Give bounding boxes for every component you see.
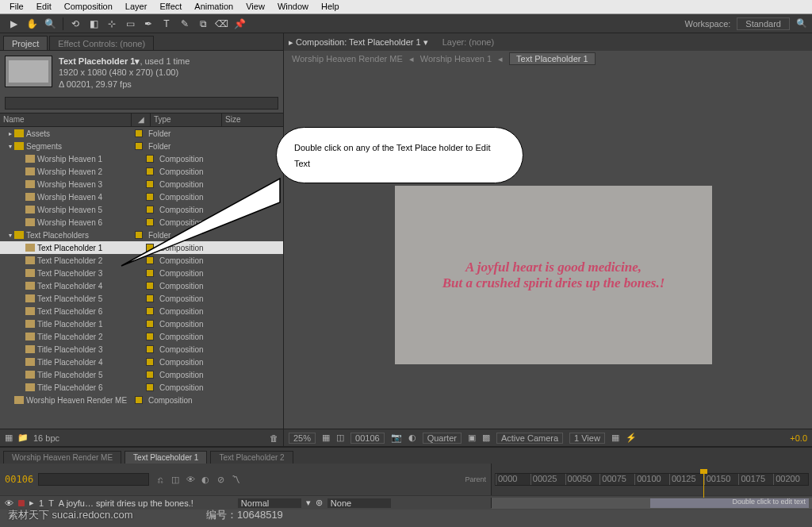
tab-effect-controls[interactable]: Effect Controls: (none)	[49, 36, 154, 50]
view-layout-dropdown[interactable]: 1 View	[569, 433, 605, 444]
interpret-icon[interactable]: ▦	[5, 433, 13, 443]
channel-icon[interactable]: ◐	[408, 433, 416, 443]
watermark-id: 编号：10648519	[206, 508, 283, 522]
project-item[interactable]: Text Placeholder 4Composition	[0, 279, 283, 292]
frame-blend-icon[interactable]: ◐	[199, 475, 212, 485]
project-item[interactable]: ▸AssetsFolder	[0, 127, 283, 140]
layer-hint: Double click to edit text	[732, 498, 806, 506]
zoom-tool-icon[interactable]: 🔍	[41, 16, 59, 32]
menu-file[interactable]: File	[3, 0, 30, 13]
layer-bar-area[interactable]: Double click to edit text	[492, 498, 812, 509]
menu-layer[interactable]: Layer	[119, 0, 154, 13]
camera-dropdown[interactable]: Active Camera	[496, 433, 563, 444]
project-item[interactable]: Title Placeholder 6Composition	[0, 381, 283, 394]
canvas: A joyful heart is good medicine, But a c…	[395, 186, 712, 364]
text-layer-icon: T	[48, 498, 54, 508]
workspace-dropdown[interactable]: Standard	[737, 17, 790, 30]
new-folder-icon[interactable]: 📁	[17, 433, 29, 443]
mask-tool-icon[interactable]: ▭	[121, 16, 139, 32]
layer-name[interactable]: A joyfu… spirit dries up the bones.!	[59, 498, 233, 508]
project-item[interactable]: Text Placeholder 5Composition	[0, 292, 283, 305]
fast-preview-icon[interactable]: ⚡	[626, 433, 637, 443]
hand-tool-icon[interactable]: ✋	[23, 16, 40, 32]
current-time[interactable]: 00106	[5, 474, 33, 485]
viewer-footer: 25% ▦ ◫ 00106 📷 ◐ Quarter ▣ ▩ Active Cam…	[284, 429, 812, 446]
search-help-icon[interactable]: 🔍	[796, 18, 807, 29]
bpc-toggle[interactable]: 16 bpc	[33, 433, 59, 443]
breadcrumb-item[interactable]: Worship Heaven 1	[420, 54, 492, 63]
layer-index: 1	[39, 498, 44, 508]
menu-effect[interactable]: Effect	[153, 0, 188, 13]
menu-edit[interactable]: Edit	[30, 0, 58, 13]
comp-panel-title[interactable]: ▸ Composition: Text Placeholder 1 ▾	[289, 37, 428, 48]
project-item[interactable]: Text Placeholder 6Composition	[0, 305, 283, 317]
timeline-tab[interactable]: Text Placeholder 2	[210, 451, 293, 464]
project-item[interactable]: Title Placeholder 1Composition	[0, 317, 283, 330]
transparency-icon[interactable]: ▩	[482, 433, 490, 443]
track-matte-dropdown[interactable]: ▾	[306, 498, 311, 508]
puppet-tool-icon[interactable]: 📌	[231, 16, 248, 32]
rotate-tool-icon[interactable]: ⟲	[67, 16, 84, 32]
project-footer: ▦ 📁 16 bpc 🗑	[0, 429, 283, 446]
roi-icon[interactable]: ▣	[468, 433, 476, 443]
shy-icon[interactable]: 👁	[184, 475, 197, 485]
parent-dropdown[interactable]: None	[327, 498, 391, 508]
watermark-site: 素材天下 sucai.redocn.com	[8, 508, 133, 522]
eraser-tool-icon[interactable]: ⌫	[213, 16, 230, 32]
timecode-display[interactable]: 00106	[350, 433, 385, 444]
breadcrumb-item[interactable]: Worship Heaven Render ME	[292, 54, 403, 63]
menu-window[interactable]: Window	[271, 0, 315, 13]
selection-tool-icon[interactable]: ▶	[5, 16, 22, 32]
parent-header: Parent	[465, 475, 486, 483]
project-item[interactable]: Title Placeholder 2Composition	[0, 330, 283, 343]
timeline-search-input[interactable]	[38, 473, 149, 486]
blend-mode-dropdown[interactable]: Normal	[238, 498, 301, 508]
comp-mini-flowchart-icon[interactable]: ⎌	[154, 475, 167, 485]
timeline-panel: Worship Heaven Render METext Placeholder…	[0, 446, 812, 510]
menu-bar: FileEditCompositionLayerEffectAnimationV…	[0, 0, 812, 14]
project-item[interactable]: Title Placeholder 4Composition	[0, 356, 283, 368]
motion-blur-icon[interactable]: ⊘	[214, 475, 227, 485]
camera-tool-icon[interactable]: ◧	[85, 16, 102, 32]
pixel-aspect-icon[interactable]: ▦	[611, 433, 619, 443]
anchor-tool-icon[interactable]: ⊹	[103, 16, 121, 32]
grid-icon[interactable]: ▦	[322, 433, 330, 443]
svg-marker-0	[121, 179, 280, 266]
layer-panel-title[interactable]: Layer: (none)	[442, 37, 494, 47]
menu-help[interactable]: Help	[315, 0, 346, 13]
brush-tool-icon[interactable]: ✎	[176, 16, 193, 32]
project-item[interactable]: Title Placeholder 3Composition	[0, 343, 283, 356]
project-columns-header: Name ◢ Type Size	[0, 113, 283, 127]
visibility-icon[interactable]: 👁	[5, 498, 13, 508]
exposure-value[interactable]: +0.0	[790, 433, 807, 443]
project-item[interactable]: Worship Heaven Render MEComposition	[0, 394, 283, 406]
pen-tool-icon[interactable]: ✒	[140, 16, 157, 32]
snapshot-icon[interactable]: 📷	[391, 433, 402, 443]
project-search-input[interactable]	[5, 97, 278, 110]
draft-3d-icon[interactable]: ◫	[169, 475, 182, 485]
parent-pickwhip-icon[interactable]: ⊚	[316, 498, 323, 508]
menu-composition[interactable]: Composition	[58, 0, 119, 13]
project-item[interactable]: Title Placeholder 5Composition	[0, 368, 283, 381]
menu-view[interactable]: View	[239, 0, 271, 13]
composition-viewer[interactable]: A joyful heart is good medicine, But a c…	[284, 67, 812, 429]
menu-animation[interactable]: Animation	[188, 0, 239, 13]
comp-meta: Text Placeholder 1▾, used 1 time 1920 x …	[59, 56, 190, 89]
timeline-tab[interactable]: Text Placeholder 1	[124, 451, 207, 464]
mask-toggle-icon[interactable]: ◫	[336, 433, 344, 443]
text-tool-icon[interactable]: T	[158, 16, 175, 32]
tab-project[interactable]: Project	[3, 36, 48, 50]
trash-icon[interactable]: 🗑	[270, 433, 278, 443]
composition-panel: ▸ Composition: Text Placeholder 1 ▾ Laye…	[284, 33, 812, 446]
separator	[63, 17, 63, 30]
timeline-tab[interactable]: Worship Heaven Render ME	[3, 451, 121, 464]
zoom-dropdown[interactable]: 25%	[289, 433, 316, 444]
graph-editor-icon[interactable]: 〽	[229, 475, 242, 485]
project-item[interactable]: ▾SegmentsFolder	[0, 140, 283, 152]
breadcrumb-current: Text Placeholder 1	[509, 52, 596, 65]
text-line-2: But a crushed spirit dries up the bones.…	[442, 275, 665, 291]
stamp-tool-icon[interactable]: ⧉	[194, 16, 212, 32]
comp-breadcrumb: Worship Heaven Render ME◂ Worship Heaven…	[284, 51, 812, 67]
time-ruler[interactable]: 0000000250005000075001000012500150001750…	[495, 473, 809, 486]
resolution-dropdown[interactable]: Quarter	[423, 433, 462, 444]
